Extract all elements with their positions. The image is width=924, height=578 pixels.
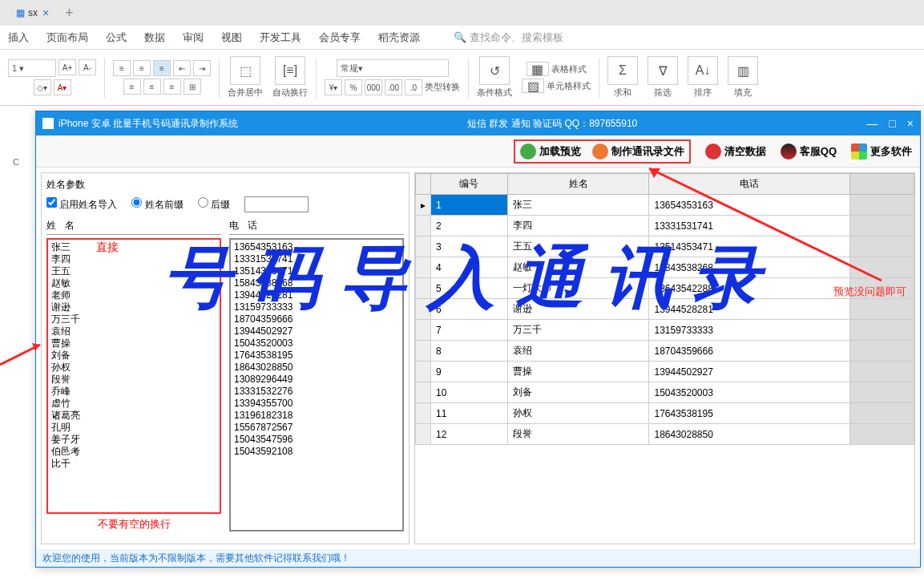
affix-input[interactable] bbox=[244, 196, 309, 212]
type-convert[interactable]: 类型转换 bbox=[425, 81, 460, 95]
name-item[interactable]: 比干 bbox=[51, 458, 216, 470]
phone-item[interactable]: 13196182318 bbox=[234, 410, 399, 422]
grid-header-name[interactable]: 姓名 bbox=[507, 174, 649, 195]
grid-header-phone[interactable]: 电话 bbox=[649, 174, 850, 195]
ribbon-filter[interactable]: ∇筛选 bbox=[644, 56, 681, 99]
app-titlebar[interactable]: iPhone 安卓 批量手机号码通讯录制作系统 短信 群发 通知 验证码 QQ：… bbox=[36, 111, 920, 135]
cell-phone[interactable]: 13514353471 bbox=[649, 236, 850, 257]
name-item[interactable]: 袁绍 bbox=[51, 325, 216, 338]
align-bot[interactable]: ≡ bbox=[153, 60, 171, 76]
cell-name[interactable]: 张三 bbox=[507, 195, 649, 216]
add-tab-button[interactable]: + bbox=[65, 5, 74, 22]
cell-phone[interactable]: 13944528281 bbox=[649, 299, 850, 320]
minimize-button[interactable]: — bbox=[866, 117, 878, 130]
align-right[interactable]: ≡ bbox=[163, 79, 181, 95]
cell-no[interactable]: 8 bbox=[431, 341, 508, 362]
name-item[interactable]: 李四 bbox=[51, 253, 216, 265]
percent-button[interactable]: % bbox=[345, 79, 362, 95]
menu-insert[interactable]: 插入 bbox=[8, 30, 29, 45]
ribbon-cond[interactable]: ↺ 条件格式 bbox=[474, 56, 515, 99]
phone-item[interactable]: 15043547596 bbox=[234, 434, 399, 446]
cell-no[interactable]: 2 bbox=[431, 216, 508, 236]
names-listbox[interactable]: 直接 张三李四王五赵敏老师谢逊万三千袁绍曹操刘备孙权段誉乔峰虚竹诸葛亮孔明姜子牙… bbox=[46, 238, 221, 514]
menu-view[interactable]: 视图 bbox=[221, 30, 242, 45]
table-row[interactable]: 12段誉18643028850 bbox=[416, 424, 914, 445]
currency-button[interactable]: ¥▾ bbox=[325, 79, 342, 95]
phone-item[interactable]: 15043520003 bbox=[234, 338, 399, 350]
comma-button[interactable]: 000 bbox=[365, 79, 382, 95]
cell-name[interactable]: 曹操 bbox=[507, 362, 649, 382]
table-style[interactable]: 表格样式 bbox=[551, 63, 587, 76]
table-row[interactable]: 6谢逊13944528281 bbox=[416, 299, 914, 320]
maximize-button[interactable]: □ bbox=[889, 117, 895, 130]
cell-phone[interactable]: 13331531741 bbox=[649, 216, 850, 236]
name-item[interactable]: 诸葛亮 bbox=[51, 410, 216, 422]
phone-item[interactable]: 13514353471 bbox=[234, 265, 399, 277]
qq-support-button[interactable]: 客服QQ bbox=[781, 143, 837, 160]
cell-name[interactable]: 袁绍 bbox=[507, 341, 649, 362]
font-color-button[interactable]: A▾ bbox=[54, 79, 71, 95]
menu-data[interactable]: 数据 bbox=[144, 30, 165, 45]
phone-item[interactable]: 13159733333 bbox=[234, 301, 399, 313]
table-row[interactable]: ▸1张三13654353163 bbox=[416, 195, 914, 216]
menu-review[interactable]: 审阅 bbox=[183, 30, 204, 45]
cell-name[interactable]: 王五 bbox=[507, 236, 649, 257]
phone-item[interactable]: 13944502927 bbox=[234, 325, 399, 338]
cell-style[interactable]: 单元格样式 bbox=[547, 80, 591, 93]
menu-formula[interactable]: 公式 bbox=[106, 30, 127, 45]
font-size-select[interactable]: 1 ▾ bbox=[8, 59, 56, 77]
cell-no[interactable]: 7 bbox=[431, 320, 508, 341]
table-row[interactable]: 3王五13514353471 bbox=[416, 236, 914, 257]
name-item[interactable]: 王五 bbox=[51, 265, 216, 277]
cell-name[interactable]: 一灯大师 bbox=[507, 278, 649, 299]
more-software-button[interactable]: 更多软件 bbox=[851, 143, 912, 160]
wps-search[interactable]: 🔍 查找命令、搜索模板 bbox=[454, 30, 563, 45]
ribbon-merge[interactable]: ⬚ 合并居中 bbox=[224, 56, 266, 99]
close-button[interactable]: × bbox=[907, 117, 914, 130]
dec-dec-button[interactable]: .0 bbox=[405, 79, 422, 95]
phone-item[interactable]: 15043592108 bbox=[234, 446, 399, 458]
indent-inc[interactable]: ⇥ bbox=[193, 60, 211, 76]
cell-no[interactable]: 12 bbox=[431, 424, 508, 445]
name-item[interactable]: 虚竹 bbox=[51, 398, 216, 410]
cell-no[interactable]: 4 bbox=[431, 257, 508, 278]
cell-no[interactable]: 6 bbox=[431, 299, 508, 320]
name-item[interactable]: 伯邑考 bbox=[51, 446, 216, 458]
data-grid[interactable]: 编号 姓名 电话 ▸1张三136543531632李四133315317413王… bbox=[415, 173, 914, 544]
align-mid[interactable]: ≡ bbox=[133, 60, 151, 76]
align-left[interactable]: ≡ bbox=[123, 79, 141, 95]
phone-item[interactable]: 18704359666 bbox=[234, 313, 399, 325]
cell-no[interactable]: 10 bbox=[431, 382, 508, 403]
cell-phone[interactable]: 17643538195 bbox=[649, 403, 850, 424]
cell-phone[interactable]: 18643028850 bbox=[649, 424, 850, 445]
make-file-button[interactable]: 制作通讯录文件 bbox=[592, 143, 684, 160]
name-item[interactable]: 段誉 bbox=[51, 374, 216, 386]
name-item[interactable]: 张三 bbox=[51, 241, 216, 253]
menu-res[interactable]: 稻壳资源 bbox=[378, 30, 420, 45]
align-top[interactable]: ≡ bbox=[113, 60, 131, 76]
table-row[interactable]: 9曹操13944502927 bbox=[416, 362, 914, 382]
clear-data-button[interactable]: 清空数据 bbox=[705, 143, 766, 160]
fill-color-button[interactable]: ◇▾ bbox=[34, 79, 51, 95]
suffix-radio[interactable]: 后缀 bbox=[198, 197, 230, 212]
name-item[interactable]: 刘备 bbox=[51, 350, 216, 362]
cell-no[interactable]: 11 bbox=[431, 403, 508, 424]
cell-name[interactable]: 孙权 bbox=[507, 403, 649, 424]
load-preview-button[interactable]: 加载预览 bbox=[520, 143, 581, 160]
phone-item[interactable]: 18643028850 bbox=[234, 362, 399, 374]
name-item[interactable]: 姜子牙 bbox=[51, 434, 216, 446]
ribbon-fill[interactable]: ▥填充 bbox=[724, 56, 761, 99]
name-item[interactable]: 赵敏 bbox=[51, 277, 216, 289]
wps-tab[interactable]: ▦ sx × bbox=[8, 6, 57, 19]
dec-inc-button[interactable]: .00 bbox=[385, 79, 402, 95]
table-row[interactable]: 11孙权17643538195 bbox=[416, 403, 914, 424]
cell-no[interactable]: 5 bbox=[431, 278, 508, 299]
cell-no[interactable]: 3 bbox=[431, 236, 508, 257]
name-item[interactable]: 孙权 bbox=[51, 362, 216, 374]
table-row[interactable]: 10刘备15043520003 bbox=[416, 382, 914, 403]
name-item[interactable]: 万三千 bbox=[51, 313, 216, 325]
cell-phone[interactable]: 13159733333 bbox=[649, 320, 850, 341]
font-dec-button[interactable]: A- bbox=[79, 59, 96, 75]
table-row[interactable]: 2李四13331531741 bbox=[416, 216, 914, 236]
phone-item[interactable]: 13944528281 bbox=[234, 289, 399, 301]
